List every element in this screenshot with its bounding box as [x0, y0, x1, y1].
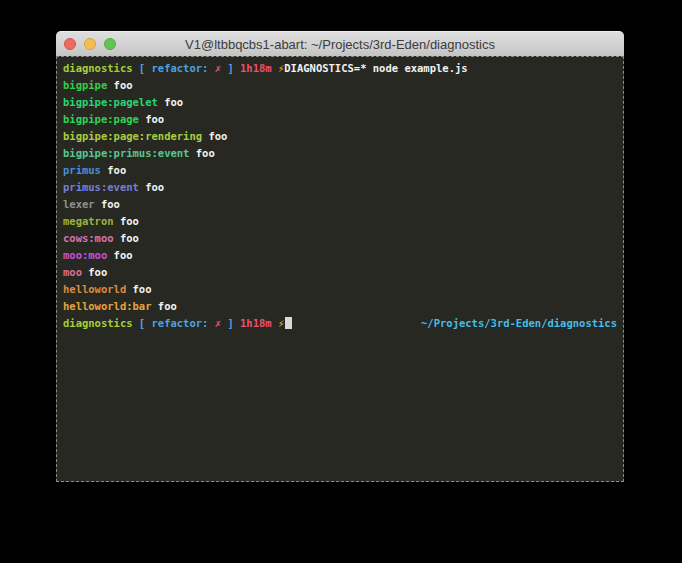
- terminal-line-text: helloworld foo: [63, 283, 152, 295]
- terminal-line-text: bigpipe foo: [63, 79, 133, 91]
- terminal-line-text: bigpipe:pagelet foo: [63, 96, 183, 108]
- terminal-line-text: moo foo: [63, 266, 107, 278]
- terminal-line: moo foo: [63, 264, 617, 281]
- terminal-line-text: diagnostics [ refactor: ✗ ] 1h18m ⚡DIAGN…: [63, 62, 468, 74]
- traffic-light-buttons: [64, 32, 116, 56]
- terminal-line-text: bigpipe:page:rendering foo: [63, 130, 227, 142]
- terminal-line: primus:event foo: [63, 179, 617, 196]
- terminal-line: diagnostics [ refactor: ✗ ] 1h18m ⚡~/Pro…: [63, 315, 617, 332]
- cwd-path: ~/Projects/3rd-Eden/diagnostics: [421, 315, 617, 332]
- terminal-line-text: primus:event foo: [63, 181, 164, 193]
- terminal-line: lexer foo: [63, 196, 617, 213]
- terminal-line: cows:moo foo: [63, 230, 617, 247]
- terminal-window: V1@ltbbqcbs1-abart: ~/Projects/3rd-Eden/…: [56, 31, 624, 482]
- terminal-line: primus foo: [63, 162, 617, 179]
- terminal-line: bigpipe:page:rendering foo: [63, 128, 617, 145]
- terminal-lines: diagnostics [ refactor: ✗ ] 1h18m ⚡DIAGN…: [63, 60, 617, 332]
- terminal-line-text: megatron foo: [63, 215, 139, 227]
- terminal-line-text: primus foo: [63, 164, 126, 176]
- terminal-line: bigpipe:page foo: [63, 111, 617, 128]
- terminal-line: diagnostics [ refactor: ✗ ] 1h18m ⚡DIAGN…: [63, 60, 617, 77]
- terminal-line-text: bigpipe:primus:event foo: [63, 147, 215, 159]
- terminal-line: bigpipe:pagelet foo: [63, 94, 617, 111]
- window-title: V1@ltbbqcbs1-abart: ~/Projects/3rd-Eden/…: [56, 37, 624, 52]
- terminal-line-text: bigpipe:page foo: [63, 113, 164, 125]
- terminal-line: bigpipe:primus:event foo: [63, 145, 617, 162]
- terminal-line-text: lexer foo: [63, 198, 120, 210]
- close-button[interactable]: [64, 38, 76, 50]
- terminal-line: bigpipe foo: [63, 77, 617, 94]
- terminal-line-text: diagnostics [ refactor: ✗ ] 1h18m ⚡: [63, 315, 292, 332]
- terminal-line-text: moo:moo foo: [63, 249, 133, 261]
- terminal-output[interactable]: diagnostics [ refactor: ✗ ] 1h18m ⚡DIAGN…: [56, 56, 624, 482]
- minimize-button[interactable]: [84, 38, 96, 50]
- cursor: [285, 317, 292, 329]
- terminal-line: helloworld:bar foo: [63, 298, 617, 315]
- terminal-line-text: helloworld:bar foo: [63, 300, 177, 312]
- terminal-line: megatron foo: [63, 213, 617, 230]
- terminal-line-text: cows:moo foo: [63, 232, 139, 244]
- terminal-line: moo:moo foo: [63, 247, 617, 264]
- terminal-line: helloworld foo: [63, 281, 617, 298]
- zoom-button[interactable]: [104, 38, 116, 50]
- title-bar[interactable]: V1@ltbbqcbs1-abart: ~/Projects/3rd-Eden/…: [56, 31, 624, 56]
